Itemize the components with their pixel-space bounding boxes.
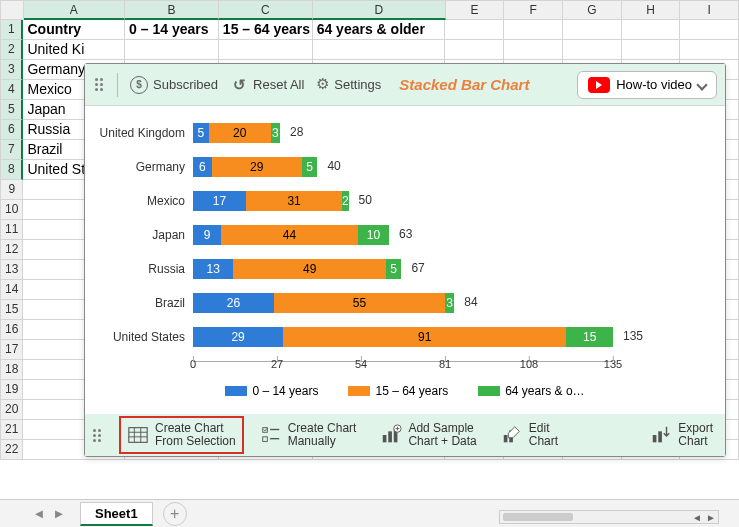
chart-segment: 5	[193, 123, 209, 143]
row-header[interactable]: 15	[0, 300, 23, 320]
row-header[interactable]: 21	[0, 420, 23, 440]
chart-total-label: 67	[405, 261, 424, 275]
column-header[interactable]: F	[504, 0, 563, 20]
panel-top-toolbar: $ Subscribed ↺ Reset All ⚙ Settings Stac…	[85, 64, 725, 106]
column-header[interactable]: H	[622, 0, 681, 20]
chart-segment: 2	[342, 191, 348, 211]
select-all-cell[interactable]	[0, 0, 24, 20]
column-header[interactable]: C	[219, 0, 313, 20]
chart-segment: 5	[302, 157, 318, 177]
cell[interactable]	[445, 40, 504, 60]
cell[interactable]: 64 years & older	[313, 20, 446, 40]
row-header[interactable]: 1	[0, 20, 23, 40]
column-header[interactable]: B	[125, 0, 219, 20]
chart-segment: 49	[233, 259, 385, 279]
column-header[interactable]: A	[24, 0, 126, 20]
create-chart-from-selection-button[interactable]: Create ChartFrom Selection	[121, 418, 242, 452]
btn-label: Add SampleChart + Data	[408, 422, 476, 448]
howto-label: How-to video	[616, 77, 692, 92]
howto-video-button[interactable]: How-to video	[577, 71, 717, 99]
row-header[interactable]: 3	[0, 60, 23, 80]
sample-icon	[380, 424, 402, 446]
column-header[interactable]: D	[313, 0, 446, 20]
row-header[interactable]: 2	[0, 40, 23, 60]
row-header[interactable]: 4	[0, 80, 23, 100]
cell[interactable]: United Ki	[23, 40, 125, 60]
edit-icon	[501, 424, 523, 446]
btn-label: Create ChartFrom Selection	[155, 422, 236, 448]
subscribed-button[interactable]: $ Subscribed	[130, 76, 218, 94]
column-header[interactable]: G	[563, 0, 622, 20]
cell[interactable]	[563, 20, 622, 40]
legend-item: 0 – 14 years	[225, 384, 318, 398]
column-headers: ABCDEFGHI	[0, 0, 739, 20]
reset-all-button[interactable]: ↺ Reset All	[230, 76, 304, 94]
export-icon	[650, 424, 672, 446]
column-header[interactable]: E	[446, 0, 505, 20]
row-header[interactable]: 17	[0, 340, 23, 360]
row-header[interactable]: 8	[0, 160, 23, 180]
settings-button[interactable]: ⚙ Settings	[316, 76, 381, 94]
cell[interactable]	[125, 40, 219, 60]
sheet-tab[interactable]: Sheet1	[80, 502, 153, 526]
legend-swatch	[478, 386, 500, 396]
cell[interactable]	[622, 20, 681, 40]
cell[interactable]	[680, 20, 739, 40]
row-header[interactable]: 12	[0, 240, 23, 260]
chart-category-label: Germany	[97, 160, 193, 174]
sheet-nav-next[interactable]: ►	[50, 505, 68, 523]
row-header[interactable]: 20	[0, 400, 23, 420]
row-header[interactable]: 14	[0, 280, 23, 300]
legend-label: 15 – 64 years	[375, 384, 448, 398]
cell[interactable]	[313, 40, 446, 60]
row-header[interactable]: 16	[0, 320, 23, 340]
cell[interactable]: 15 – 64 years	[219, 20, 313, 40]
legend-item: 64 years & o…	[478, 384, 584, 398]
cell[interactable]: 0 – 14 years	[125, 20, 219, 40]
create-chart-manually-button[interactable]: Create ChartManually	[254, 418, 363, 452]
row-header[interactable]: 22	[0, 440, 23, 460]
settings-label: Settings	[334, 77, 381, 92]
chart-tick: 54	[355, 358, 367, 370]
row-header[interactable]: 6	[0, 120, 23, 140]
row-header[interactable]: 7	[0, 140, 23, 160]
svg-rect-15	[504, 435, 508, 442]
sheet-nav-prev[interactable]: ◄	[30, 505, 48, 523]
cell[interactable]	[563, 40, 622, 60]
horizontal-scrollbar[interactable]: ◄ ►	[499, 510, 719, 524]
cell[interactable]	[504, 40, 563, 60]
legend-swatch	[225, 386, 247, 396]
cell[interactable]	[445, 20, 504, 40]
cell[interactable]: Country	[23, 20, 125, 40]
cell[interactable]	[680, 40, 739, 60]
row-header[interactable]: 11	[0, 220, 23, 240]
drag-handle-icon[interactable]	[91, 429, 103, 442]
chart-segment: 17	[193, 191, 246, 211]
add-sample-button[interactable]: Add SampleChart + Data	[374, 418, 482, 452]
svg-rect-6	[262, 437, 267, 442]
row-header[interactable]: 5	[0, 100, 23, 120]
edit-chart-button[interactable]: EditChart	[495, 418, 564, 452]
chart-bar-row: Germany629540	[97, 150, 713, 184]
chart-category-label: United Kingdom	[97, 126, 193, 140]
svg-rect-10	[389, 431, 393, 442]
panel-bottom-toolbar: Create ChartFrom Selection Create ChartM…	[85, 414, 725, 456]
column-header[interactable]: I	[680, 0, 739, 20]
chart-category-label: Mexico	[97, 194, 193, 208]
row-header[interactable]: 19	[0, 380, 23, 400]
chart-bar-row: Brazil2655384	[97, 286, 713, 320]
cell[interactable]	[622, 40, 681, 60]
row-header[interactable]: 13	[0, 260, 23, 280]
drag-handle-icon[interactable]	[93, 78, 105, 91]
chart-tick: 0	[190, 358, 196, 370]
row-header[interactable]: 9	[0, 180, 23, 200]
row-header[interactable]: 18	[0, 360, 23, 380]
chart-segment: 26	[193, 293, 274, 313]
row-header[interactable]: 10	[0, 200, 23, 220]
add-sheet-button[interactable]: +	[163, 502, 187, 526]
chart-category-label: United States	[97, 330, 193, 344]
cell[interactable]	[219, 40, 313, 60]
cell[interactable]	[504, 20, 563, 40]
export-chart-button[interactable]: ExportChart	[644, 418, 719, 452]
chart-segment: 55	[274, 293, 445, 313]
